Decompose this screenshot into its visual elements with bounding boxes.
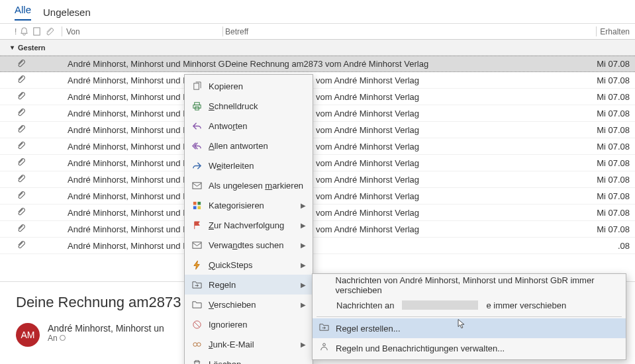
filter-tabs: Alle Ungelesen [0,0,635,24]
email-date: Mi 07.08 [597,175,630,185]
reply-icon [191,120,202,131]
menu-junk[interactable]: Junk-E-Mail ▶ [185,334,313,354]
email-subject: vom André Minhorst Verlag [316,175,419,185]
column-headers: ! Von Betreff Erhalten [0,24,635,40]
trash-icon [191,359,202,364]
email-subject: vom André Minhorst Verlag [316,191,419,201]
email-subject: vom André Minhorst Verlag [316,224,419,234]
svg-rect-5 [192,182,201,188]
menu-related[interactable]: Verwandtes suchen ▶ [185,235,313,255]
tab-unread[interactable]: Ungelesen [43,7,91,18]
attachment-icon [16,140,26,152]
email-date: .08 [618,241,630,251]
forward-icon [191,160,202,171]
email-row[interactable]: André Minhorst, Minhorst und N vom André… [0,155,635,171]
svg-rect-8 [193,206,196,209]
submenu-always-move-from[interactable]: Nachrichten von André Minhorst, Minhorst… [313,275,626,295]
email-list: André Minhorst, Minhorst und Minhorst Gb… [0,56,635,254]
email-subject: vom André Minhorst Verlag [316,75,419,85]
attachment-icon [16,157,26,169]
submenu-manage-rules[interactable]: Regeln und Benachrichtigungen verwalten.… [313,338,626,358]
menu-reply[interactable]: Antworten [185,116,313,136]
search-envelope-icon [191,240,202,250]
email-subject: vom André Minhorst Verlag [316,125,419,135]
menu-forward[interactable]: Weiterleiten [185,156,313,175]
attachment-icon [16,206,26,218]
lightning-icon [191,259,202,270]
sheet-icon [32,26,42,36]
email-row[interactable]: André Minhorst, Minhorst und N vom André… [0,105,635,122]
email-subject: vom André Minhorst Verlag [316,109,419,118]
col-subject[interactable]: Betreff [225,27,248,36]
svg-rect-9 [197,206,201,209]
importance-icon: ! [15,27,17,36]
ignore-icon [191,319,202,330]
menu-quickprint[interactable]: Schnelldruck [185,96,313,116]
email-row[interactable]: André Minhorst, Minhorst und N vom André… [0,122,635,138]
move-folder-icon [191,279,202,290]
menu-copy[interactable]: Kopieren [185,76,313,96]
menu-delete[interactable]: Löschen [185,354,313,364]
envelope-icon [191,180,202,191]
categories-icon [191,200,202,210]
svg-point-13 [197,342,201,346]
email-date: Mi 07.08 [597,142,630,152]
menu-categorize[interactable]: Kategorisieren ▶ [185,195,313,215]
svg-rect-10 [192,242,201,248]
email-row[interactable]: André Minhorst, Minhorst und N vom André… [0,138,635,155]
junk-icon [191,339,202,349]
email-row[interactable]: André Minhorst, Minhorst und N vom André… [0,89,635,105]
email-row[interactable]: André Minhorst, Minhorst und Minhorst Gb… [0,56,635,72]
email-subject: vom André Minhorst Verlag [316,142,419,152]
email-date: Mi 07.08 [597,158,630,168]
avatar: AM [16,323,40,347]
email-row[interactable]: André Minhorst, Minhorst und N vom André… [0,205,635,221]
menu-mark-unread[interactable]: Als ungelesen markieren [185,175,313,195]
col-received[interactable]: Erhalten [600,27,630,36]
email-subject: vom André Minhorst Verlag [316,208,419,218]
attachment-col-icon [44,26,54,36]
print-icon [191,101,202,111]
manage-rules-icon [319,342,329,354]
create-rule-icon [319,322,329,334]
email-date: Mi 07.08 [597,75,630,85]
recipient-icon [60,335,66,341]
tab-all[interactable]: Alle [15,4,31,21]
menu-ignore[interactable]: Ignorieren [185,314,313,334]
svg-rect-0 [34,28,40,35]
svg-rect-6 [193,201,196,205]
chevron-down-icon: ▾ [11,44,14,51]
group-yesterday[interactable]: ▾ Gestern [0,40,635,56]
email-row[interactable]: André Minhorst, Minhorst und N vom André… [0,72,635,89]
email-date: Mi 07.08 [597,224,630,234]
menu-follow-up[interactable]: Zur Nachverfolgung ▶ [185,215,313,235]
attachment-icon [16,240,26,251]
svg-point-14 [323,343,326,346]
email-subject: vom André Minhorst Verlag [316,92,419,102]
svg-rect-1 [193,83,199,89]
reminder-icon [19,26,29,36]
menu-move[interactable]: Verschieben ▶ [185,295,313,314]
attachment-icon [16,91,26,103]
col-from[interactable]: Von [66,27,80,36]
email-row[interactable]: André Minhorst, Minhorst und N .08 [0,238,635,254]
email-date: Mi 07.08 [597,125,630,135]
svg-rect-2 [194,102,199,105]
reply-all-icon [191,140,202,151]
submenu-always-move-to[interactable]: Nachrichten ane immer verschieben [313,295,626,315]
submenu-create-rule[interactable]: Regel erstellen... [313,318,626,338]
email-row[interactable]: André Minhorst, Minhorst und N vom André… [0,188,635,205]
group-label: Gestern [18,44,46,52]
chevron-right-icon: ▶ [301,202,306,209]
email-sender: André Minhorst, Minhorst und Minhorst Gb… [68,59,224,69]
attachment-icon [16,190,26,202]
email-date: Mi 07.08 [597,92,630,102]
menu-quicksteps[interactable]: QuickSteps ▶ [185,255,313,275]
menu-reply-all[interactable]: Allen antworten [185,136,313,156]
redacted [402,300,478,310]
email-row[interactable]: André Minhorst, Minhorst und N vom André… [0,221,635,238]
svg-rect-7 [197,201,201,205]
menu-rules[interactable]: Regeln ▶ [185,275,313,295]
email-context-menu: Kopieren Schnelldruck Antworten Allen an… [184,74,313,364]
email-row[interactable]: André Minhorst, Minhorst und N vom André… [0,171,635,188]
